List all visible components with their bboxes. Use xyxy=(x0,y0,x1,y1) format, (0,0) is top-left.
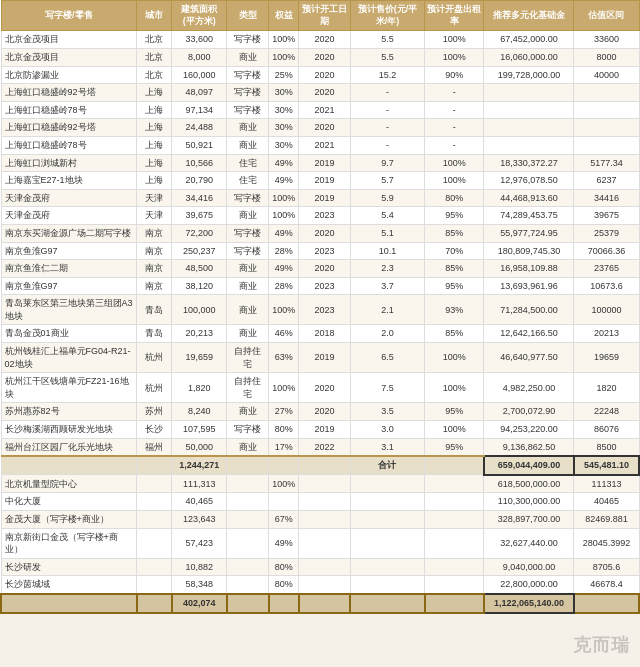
table-cell-year: 2020 xyxy=(299,224,350,242)
table-cell-fund: 55,977,724.95 xyxy=(484,224,574,242)
table-cell-value: 8000 xyxy=(574,48,639,66)
table-cell-name: 北京金茂项目 xyxy=(1,31,137,49)
table-cell-price: 5.5 xyxy=(350,31,425,49)
table-cell-year: 2023 xyxy=(299,207,350,225)
table-cell-price xyxy=(350,528,425,558)
table-cell-fund: 4,982,250.00 xyxy=(484,373,574,403)
table-cell-equity: 100% xyxy=(269,31,299,49)
table-cell-name: 中化大厦 xyxy=(1,493,137,511)
table-cell-rate xyxy=(425,493,484,511)
header-type: 类型 xyxy=(227,1,269,31)
table-cell-value: 86076 xyxy=(574,421,639,439)
table-cell xyxy=(299,456,350,475)
table-cell-name: 上海虹口稳盛岭92号塔 xyxy=(1,119,137,137)
table-cell xyxy=(137,594,172,613)
table-cell-fund: 44,468,913.60 xyxy=(484,189,574,207)
table-cell-type: 商业 xyxy=(227,277,269,295)
table-cell-year xyxy=(299,493,350,511)
table-cell-name: 南京东买湖金源广场二期写字楼 xyxy=(1,224,137,242)
table-cell-fund: 328,897,700.00 xyxy=(484,511,574,529)
table-cell-type: 自持住宅 xyxy=(227,373,269,403)
table-cell-value: 22248 xyxy=(574,403,639,421)
table-cell-price xyxy=(350,475,425,493)
table-cell: 合计 xyxy=(350,456,425,475)
table-cell-area: 39,675 xyxy=(172,207,227,225)
table-cell-equity: 30% xyxy=(269,119,299,137)
table-cell-rate: 80% xyxy=(425,189,484,207)
table-cell xyxy=(299,594,350,613)
table-cell-equity: 17% xyxy=(269,438,299,456)
table-cell-year: 2020 xyxy=(299,66,350,84)
table-cell-city: 上海 xyxy=(137,154,172,172)
table-cell-rate xyxy=(425,558,484,576)
table-cell-city: 天津 xyxy=(137,207,172,225)
table-cell xyxy=(137,456,172,475)
table-cell-year: 2018 xyxy=(299,325,350,343)
data-table: 写字楼/零售 城市 建筑面积(平方米) 类型 权益 预计开工日期 预计售价(元/… xyxy=(0,0,640,614)
table-cell-price: 2.0 xyxy=(350,325,425,343)
table-cell-fund: 2,700,072.90 xyxy=(484,403,574,421)
table-cell-value: 20213 xyxy=(574,325,639,343)
table-cell-price: 3.7 xyxy=(350,277,425,295)
table-cell xyxy=(350,594,425,613)
table-cell-value: 82469.881 xyxy=(574,511,639,529)
table-cell-rate: 85% xyxy=(425,224,484,242)
table-cell-city: 杭州 xyxy=(137,373,172,403)
table-cell-city xyxy=(137,511,172,529)
table-cell-value xyxy=(574,101,639,119)
header-rate: 预计开盘出租率 xyxy=(425,1,484,31)
table-cell-name: 南京鱼淮仁二期 xyxy=(1,260,137,278)
table-cell-equity: 30% xyxy=(269,84,299,102)
table-cell-rate: 100% xyxy=(425,373,484,403)
table-cell-city xyxy=(137,475,172,493)
table-cell-area: 58,348 xyxy=(172,576,227,594)
header-equity: 权益 xyxy=(269,1,299,31)
table-cell-city: 南京 xyxy=(137,277,172,295)
table-cell-rate xyxy=(425,511,484,529)
table-cell-value: 5177.34 xyxy=(574,154,639,172)
table-cell-rate: 95% xyxy=(425,207,484,225)
table-cell-type: 住宅 xyxy=(227,172,269,190)
table-cell-equity: 49% xyxy=(269,172,299,190)
table-cell-price: - xyxy=(350,119,425,137)
table-cell-name: 南京鱼淮G97 xyxy=(1,277,137,295)
table-cell-type: 自持住宅 xyxy=(227,343,269,373)
table-cell-year: 2023 xyxy=(299,277,350,295)
table-cell-area: 48,097 xyxy=(172,84,227,102)
table-cell-area: 40,465 xyxy=(172,493,227,511)
table-cell-equity: 67% xyxy=(269,511,299,529)
table-cell-area: 50,000 xyxy=(172,438,227,456)
main-table-container: 写字楼/零售 城市 建筑面积(平方米) 类型 权益 预计开工日期 预计售价(元/… xyxy=(0,0,640,614)
table-cell-area: 160,000 xyxy=(172,66,227,84)
table-cell-equity: 28% xyxy=(269,242,299,260)
table-cell-area: 97,134 xyxy=(172,101,227,119)
table-cell-name: 苏州惠苏82号 xyxy=(1,403,137,421)
table-cell-value: 34416 xyxy=(574,189,639,207)
table-cell-price: 9.7 xyxy=(350,154,425,172)
table-cell-value: 39675 xyxy=(574,207,639,225)
table-cell-year: 2020 xyxy=(299,119,350,137)
table-cell-name: 上海虹口稳盛岭78号 xyxy=(1,136,137,154)
table-cell-year: 2019 xyxy=(299,421,350,439)
table-cell-area: 20,213 xyxy=(172,325,227,343)
table-cell-city: 南京 xyxy=(137,242,172,260)
table-cell-name: 南京新街口金茂（写字楼+商业） xyxy=(1,528,137,558)
table-cell-year xyxy=(299,576,350,594)
table-cell-equity: 80% xyxy=(269,421,299,439)
table-cell-rate xyxy=(425,528,484,558)
table-cell-type: 写字楼 xyxy=(227,66,269,84)
table-cell-type: 写字楼 xyxy=(227,84,269,102)
table-cell-fund: 9,136,862.50 xyxy=(484,438,574,456)
table-cell-price: 5.9 xyxy=(350,189,425,207)
table-cell xyxy=(425,594,484,613)
table-cell-value: 100000 xyxy=(574,295,639,325)
table-cell-equity: 28% xyxy=(269,277,299,295)
table-cell-equity: 25% xyxy=(269,66,299,84)
table-cell-name: 长沙梅溪湖西顾研发光地块 xyxy=(1,421,137,439)
table-cell xyxy=(574,594,639,613)
table-cell-year: 2019 xyxy=(299,172,350,190)
table-cell-fund: 71,284,500.00 xyxy=(484,295,574,325)
table-cell-area: 24,488 xyxy=(172,119,227,137)
table-cell-city: 北京 xyxy=(137,31,172,49)
table-cell-rate: 85% xyxy=(425,260,484,278)
